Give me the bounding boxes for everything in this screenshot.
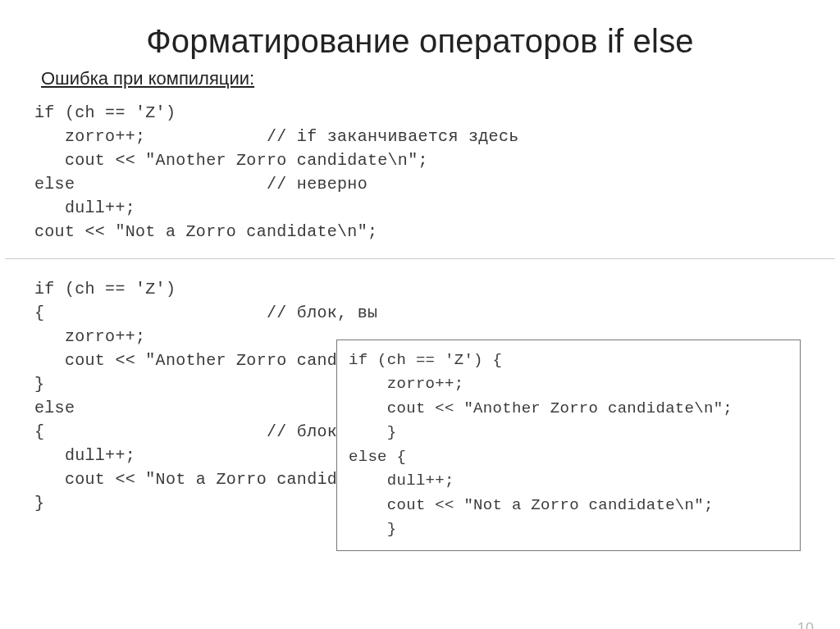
slide: Форматирование операторов if else Ошибка… [0, 23, 840, 629]
section-divider [5, 258, 835, 259]
error-label: Ошибка при компиляции: [41, 68, 840, 89]
page-number: 10 [797, 620, 814, 629]
code-block-compact: if (ch == 'Z') { zorro++; cout << "Anoth… [349, 349, 788, 542]
slide-title: Форматирование операторов if else [0, 23, 840, 60]
code-block-error: if (ch == 'Z') zorro++; // if заканчивае… [34, 101, 840, 244]
code-overlay-box: if (ch == 'Z') { zorro++; cout << "Anoth… [336, 340, 801, 551]
